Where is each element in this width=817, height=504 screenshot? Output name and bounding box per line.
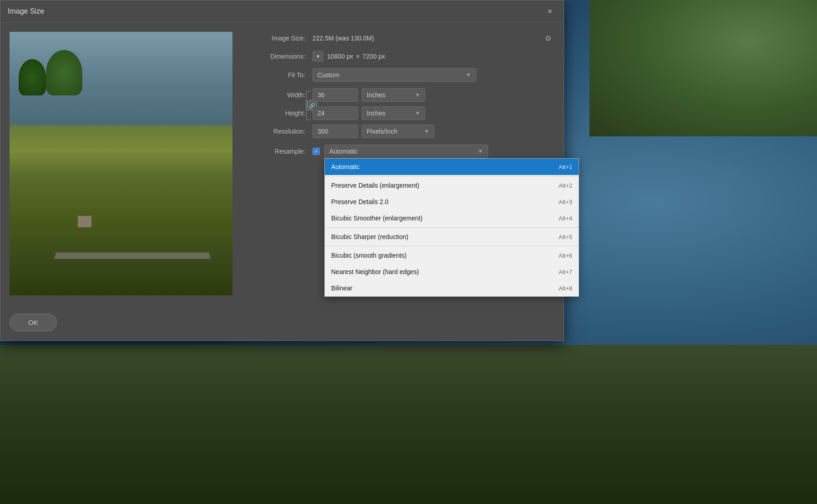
dropdown-item-label: Bicubic Smoother (enlargement)	[331, 215, 423, 222]
preview-road	[54, 253, 211, 259]
resample-checkbox[interactable]: ✓	[313, 148, 320, 155]
fit-to-row: Fit To: Custom ▼	[246, 68, 555, 82]
ok-button[interactable]: OK	[10, 314, 57, 331]
dropdown-item-bilinear[interactable]: Bilinear Alt+8	[325, 280, 579, 296]
image-size-value: 222.5M (was 130.0M)	[313, 35, 374, 42]
close-button[interactable]: ×	[544, 5, 556, 18]
fit-to-arrow: ▼	[466, 72, 471, 78]
dropdown-divider-2	[325, 227, 579, 228]
height-unit-dropdown[interactable]: Inches ▼	[362, 106, 425, 120]
dimensions-row: Dimensions: ▾ 10800 px × 7200 px	[246, 51, 555, 62]
resample-arrow: ▼	[478, 148, 483, 155]
dropdown-item-shortcut: Alt+7	[559, 269, 572, 275]
resolution-unit-dropdown[interactable]: Pixels/Inch ▼	[362, 125, 434, 138]
dialog-footer: OK	[0, 304, 564, 340]
resolution-label: Resolution:	[246, 128, 305, 135]
preview-tree-1	[19, 59, 46, 95]
resample-row: Resample: ✓ Automatic ▼ Automatic Alt+1	[246, 145, 555, 158]
dropdown-item-bicubic-sharper[interactable]: Bicubic Sharper (reduction) Alt+5	[325, 229, 579, 245]
resample-label: Resample:	[246, 148, 305, 155]
bg-bottom	[0, 345, 817, 504]
dropdown-item-shortcut: Alt+1	[559, 164, 572, 170]
width-row: Width: Inches ▼	[246, 88, 555, 102]
resample-dropdown[interactable]: Automatic ▼	[324, 145, 488, 158]
dropdown-item-shortcut: Alt+2	[559, 182, 572, 189]
fit-to-value: Custom	[318, 71, 339, 79]
width-unit-arrow: ▼	[415, 92, 420, 98]
preview-area	[10, 32, 232, 295]
fit-to-dropdown[interactable]: Custom ▼	[313, 68, 476, 82]
resolution-row: Resolution: Pixels/Inch ▼	[246, 125, 555, 138]
dropdown-item-bicubic[interactable]: Bicubic (smooth gradients) Alt+6	[325, 247, 579, 264]
dropdown-item-label: Bicubic Sharper (reduction)	[331, 233, 408, 240]
dropdown-item-label: Automatic	[331, 163, 359, 170]
dimensions-x: ×	[356, 53, 360, 60]
width-unit-value: Inches	[367, 91, 385, 99]
width-unit-dropdown[interactable]: Inches ▼	[362, 88, 425, 102]
height-row: Height: Inches ▼	[246, 106, 555, 120]
footer-row: OK	[10, 309, 555, 331]
preview-image	[10, 32, 232, 295]
preview-house	[78, 216, 91, 227]
dimensions-label: Dimensions:	[246, 53, 305, 60]
dimensions-width: 10800 px	[327, 53, 353, 60]
dropdown-item-shortcut: Alt+3	[559, 199, 572, 205]
height-unit-value: Inches	[367, 110, 385, 117]
dropdown-item-preserve-details-2[interactable]: Preserve Details 2.0 Alt+3	[325, 194, 579, 210]
dropdown-item-shortcut: Alt+6	[559, 252, 572, 259]
dropdown-item-bicubic-smoother[interactable]: Bicubic Smoother (enlargement) Alt+4	[325, 210, 579, 226]
image-size-label: Image Size:	[246, 35, 305, 42]
dropdown-divider-3	[325, 246, 579, 246]
dropdown-divider-1	[325, 176, 579, 176]
height-input[interactable]	[313, 106, 358, 120]
width-input[interactable]	[313, 88, 358, 102]
image-size-dialog: Image Size × Image Size: 222.5M (was 130…	[0, 0, 564, 341]
dimensions-dropdown-arrow[interactable]: ▾	[313, 51, 323, 62]
dropdown-item-shortcut: Alt+8	[559, 285, 572, 292]
dropdown-item-label: Bilinear	[331, 284, 353, 292]
dropdown-item-shortcut: Alt+5	[559, 234, 572, 240]
wh-group: 🔗 Width: Inches ▼ Height:	[246, 88, 555, 125]
resolution-unit-value: Pixels/Inch	[367, 128, 398, 135]
image-size-row: Image Size: 222.5M (was 130.0M) ⚙	[246, 32, 555, 45]
resolution-unit-arrow: ▼	[424, 128, 429, 135]
dimensions-height: 7200 px	[363, 53, 385, 60]
dropdown-item-shortcut: Alt+4	[559, 215, 572, 222]
dropdown-item-label: Preserve Details (enlargement)	[331, 182, 419, 189]
controls-area: Image Size: 222.5M (was 130.0M) ⚙ Dimens…	[246, 32, 555, 295]
width-label: Width:	[246, 91, 305, 99]
height-label: Height:	[246, 110, 305, 117]
bg-trees	[590, 0, 817, 136]
dropdown-item-label: Preserve Details 2.0	[331, 198, 388, 205]
height-unit-arrow: ▼	[415, 110, 420, 116]
preview-tree-2	[46, 50, 82, 95]
dropdown-item-nearest-neighbor[interactable]: Nearest Neighbor (hard edges) Alt+7	[325, 264, 579, 280]
dropdown-item-label: Bicubic (smooth gradients)	[331, 252, 407, 259]
resample-dropdown-list: Automatic Alt+1 Preserve Details (enlarg…	[324, 158, 579, 297]
resample-select-wrap: Automatic ▼ Automatic Alt+1 Preserve Det…	[324, 145, 488, 158]
dropdown-item-preserve-details[interactable]: Preserve Details (enlargement) Alt+2	[325, 177, 579, 194]
gear-icon[interactable]: ⚙	[542, 32, 555, 45]
dialog-titlebar: Image Size ×	[0, 0, 564, 23]
fit-to-label: Fit To:	[246, 71, 305, 79]
dropdown-item-automatic[interactable]: Automatic Alt+1	[325, 159, 579, 175]
dialog-title: Image Size	[8, 7, 44, 15]
dropdown-item-label: Nearest Neighbor (hard edges)	[331, 268, 419, 275]
resolution-input[interactable]	[313, 125, 358, 138]
resample-value: Automatic	[329, 148, 358, 155]
dialog-body: Image Size: 222.5M (was 130.0M) ⚙ Dimens…	[0, 23, 564, 304]
